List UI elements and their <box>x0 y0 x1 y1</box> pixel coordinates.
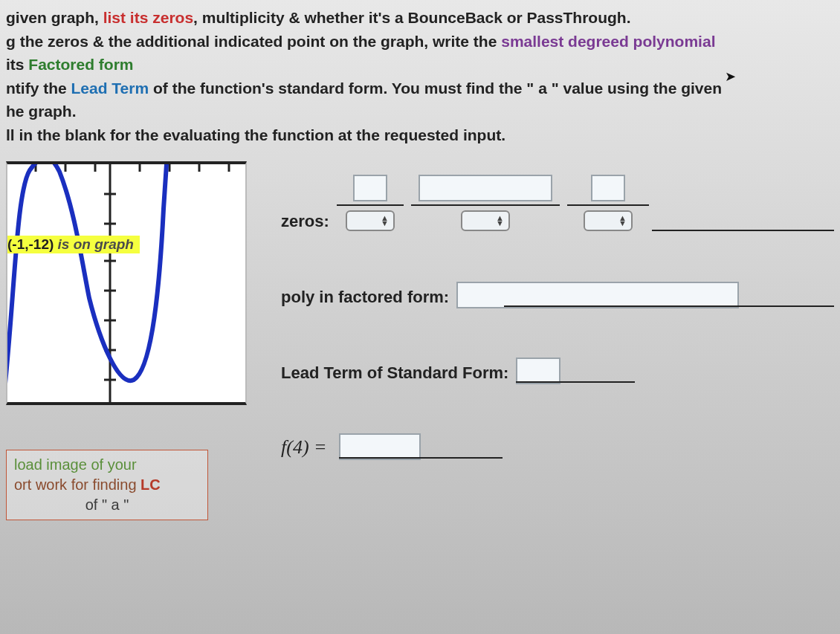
zero-value-input-1[interactable] <box>353 175 387 201</box>
upload-lc: LC <box>140 476 161 493</box>
graph-point-coord: (-1,-12) <box>7 236 54 252</box>
zeros-row: zeros: ▲▼ ▲▼ ▲▼ <box>281 175 834 231</box>
graph-point-annotation: (-1,-12) is on graph <box>6 236 140 253</box>
zero-type-select-1[interactable]: ▲▼ <box>346 210 395 231</box>
upload-text: load image of your <box>14 456 137 473</box>
instr-lead-term: Lead Term <box>71 80 149 97</box>
instr-zeros-phrase: list its zeros <box>103 9 193 26</box>
instruction-block: given graph, list its zeros, multiplicit… <box>6 6 834 146</box>
instr-text: ll in the blank for the evaluating the f… <box>6 123 834 147</box>
poly-label: poly in factored form: <box>281 288 449 307</box>
lead-term-label: Lead Term of Standard Form: <box>281 363 508 383</box>
upload-instruction-box: load image of your ort work for finding … <box>6 450 208 520</box>
instr-text: ntify the <box>6 80 71 97</box>
mouse-cursor-icon: ➤ <box>725 68 736 85</box>
poly-row: poly in factored form: <box>281 279 834 307</box>
f-eval-label: f(4) = <box>281 436 327 459</box>
instr-text: of the function's standard form. You mus… <box>149 80 722 97</box>
zero-type-select-2[interactable]: ▲▼ <box>461 210 510 231</box>
instr-text: g the zeros & the additional indicated p… <box>6 33 501 50</box>
lead-term-row: Lead Term of Standard Form: <box>281 355 834 383</box>
polynomial-graph: (-1,-12) is on graph 5 <box>6 161 247 405</box>
graph-svg <box>7 164 245 402</box>
graph-point-text: is on graph <box>54 236 134 252</box>
instr-text: its <box>6 56 28 73</box>
zero-type-select-3[interactable]: ▲▼ <box>584 210 633 231</box>
instr-text: given graph, <box>6 9 103 26</box>
f-eval-row: f(4) = <box>281 430 834 459</box>
upload-text: ort work for finding <box>14 476 140 493</box>
zero-value-input-2[interactable] <box>419 175 552 201</box>
instr-text: he graph. <box>6 100 834 123</box>
instr-smallest-degree: smallest degreed polynomial <box>501 33 715 50</box>
upload-text: of " a " <box>85 496 129 513</box>
zero-value-input-3[interactable] <box>591 175 625 201</box>
instr-factored-form: Factored form <box>28 56 133 73</box>
instr-text: , multiplicity & whether it's a BounceBa… <box>193 9 630 26</box>
zeros-label: zeros: <box>281 212 329 231</box>
